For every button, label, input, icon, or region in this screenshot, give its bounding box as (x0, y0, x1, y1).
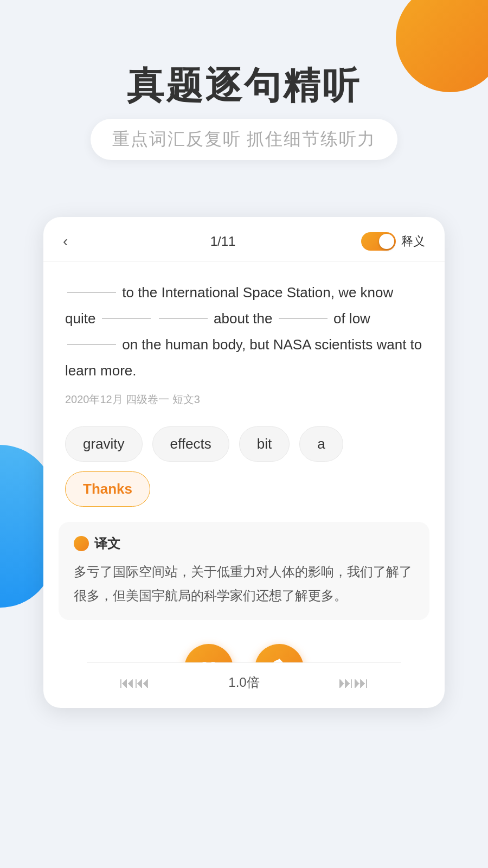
blank-3 (159, 318, 208, 319)
chip-thanks[interactable]: Thanks (65, 471, 150, 507)
prev-button[interactable]: ⏮ (119, 674, 150, 692)
subtitle-box: 重点词汇反复听 抓住细节练听力 (91, 119, 398, 160)
card-header: ‹ 1/11 释义 (43, 217, 445, 262)
chip-a[interactable]: a (299, 426, 343, 462)
main-title: 真题逐句精听 (0, 65, 488, 106)
translation-box: 译文 多亏了国际空间站，关于低重力对人体的影响，我们了解了很多，但美国宇航局的科… (59, 522, 429, 620)
bottom-nav: ⏮ 1.0倍 ⏭ (87, 662, 401, 708)
next-button[interactable]: ⏭ (338, 674, 369, 692)
translation-title: 译文 (94, 535, 120, 552)
page-indicator: 1/11 (210, 234, 236, 249)
header: 真题逐句精听 重点词汇反复听 抓住细节练听力 (0, 0, 488, 160)
subtitle: 重点词汇反复听 抓住细节练听力 (112, 129, 376, 149)
fill-text: to the International Space Station, we k… (65, 279, 423, 384)
speed-indicator: 1.0倍 (228, 674, 259, 691)
chip-gravity[interactable]: gravity (65, 426, 143, 462)
blank-4 (279, 318, 328, 319)
translation-header: 译文 (74, 535, 414, 552)
content-area: to the International Space Station, we k… (43, 262, 445, 418)
source-tag: 2020年12月 四级卷一 短文3 (65, 392, 423, 407)
release-toggle[interactable] (361, 232, 396, 251)
blank-1 (67, 292, 116, 293)
chip-effects[interactable]: effects (152, 426, 229, 462)
blank-2 (102, 318, 151, 319)
chip-bit[interactable]: bit (239, 426, 290, 462)
blank-5 (67, 344, 116, 345)
main-card: ‹ 1/11 释义 to the International Space Sta… (43, 217, 445, 708)
back-button[interactable]: ‹ (63, 233, 85, 250)
orange-dot-icon (74, 536, 89, 551)
word-chips-container: gravity effects bit a Thanks (43, 418, 445, 518)
toggle-label: 释义 (401, 233, 425, 250)
translation-text: 多亏了国际空间站，关于低重力对人体的影响，我们了解了很多，但美国宇航局的科学家们… (74, 560, 414, 607)
toggle-area: 释义 (361, 232, 425, 251)
